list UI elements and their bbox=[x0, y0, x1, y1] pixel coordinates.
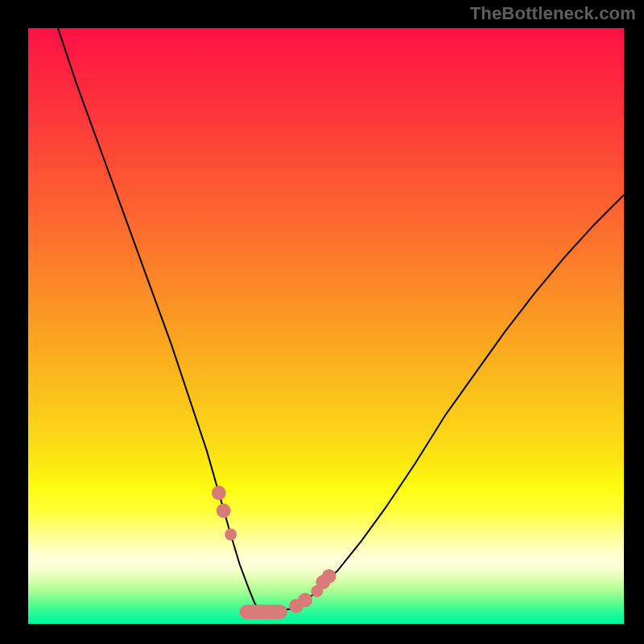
plot-area bbox=[28, 28, 624, 624]
curve-marker bbox=[217, 504, 231, 518]
chart-frame: TheBottleneck.com bbox=[0, 0, 644, 644]
curve-marker bbox=[225, 529, 237, 541]
watermark-text: TheBottleneck.com bbox=[470, 3, 636, 24]
curve-marker bbox=[298, 593, 312, 608]
bar-segment bbox=[240, 605, 287, 619]
curve-marker bbox=[322, 569, 336, 584]
gradient-background bbox=[28, 28, 624, 624]
curve-marker bbox=[212, 485, 226, 500]
chart-svg bbox=[28, 28, 624, 624]
